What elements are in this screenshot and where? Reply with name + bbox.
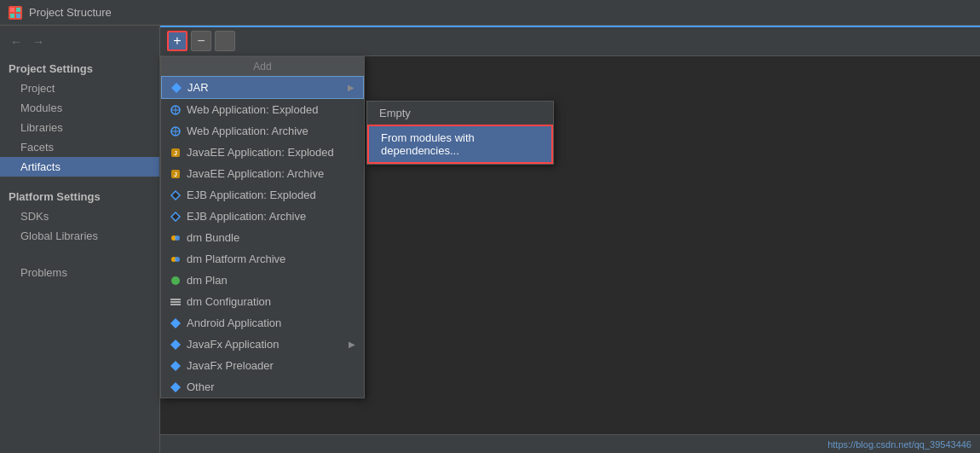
- remove-button[interactable]: −: [191, 31, 211, 51]
- title-text: Project Structure: [29, 6, 112, 19]
- dropdown-item-web-archive[interactable]: Web Application: Archive: [161, 120, 364, 142]
- svg-point-20: [175, 235, 180, 241]
- web-exploded-icon: [170, 104, 182, 116]
- jar-submenu: Empty From modules with dependencies...: [366, 101, 554, 165]
- app-icon: [9, 6, 22, 20]
- sidebar-item-project[interactable]: Project: [0, 78, 159, 98]
- jar-icon: [170, 82, 182, 94]
- dm-bundle-icon: [170, 232, 182, 244]
- svg-point-22: [175, 257, 180, 262]
- javaee-exploded-icon: J: [170, 147, 182, 159]
- dropdown-header: Add: [161, 57, 364, 76]
- svg-rect-25: [170, 301, 181, 303]
- add-dropdown: Add JAR ▶ Empty From modules with de: [160, 56, 365, 398]
- svg-rect-0: [10, 8, 14, 12]
- dropdown-item-javafx-preloader[interactable]: JavaFx Preloader: [161, 355, 364, 376]
- dropdown-item-dm-plan[interactable]: dm Plan: [161, 270, 364, 291]
- sidebar: ← → Project Settings Project Modules Lib…: [0, 26, 160, 453]
- svg-text:J: J: [174, 171, 177, 177]
- dropdown-item-dm-configuration[interactable]: dm Configuration: [161, 291, 364, 312]
- status-bar: https://blog.csdn.net/qq_39543446: [160, 434, 980, 453]
- svg-point-23: [171, 276, 180, 285]
- svg-text:J: J: [174, 150, 177, 156]
- status-link[interactable]: https://blog.csdn.net/qq_39543446: [827, 439, 971, 450]
- svg-rect-26: [170, 304, 181, 305]
- nav-back-btn[interactable]: ←: [7, 33, 26, 50]
- content-area: + − ⧉ Add JAR ▶: [160, 26, 980, 453]
- nav-buttons: ← →: [0, 30, 159, 57]
- svg-rect-1: [16, 8, 20, 12]
- javaee-archive-icon: J: [170, 168, 182, 180]
- android-icon: [170, 317, 182, 329]
- other-icon: [170, 381, 182, 393]
- progress-bar: [160, 26, 980, 27]
- add-button[interactable]: +: [167, 31, 187, 51]
- toolbar: + − ⧉: [160, 26, 980, 56]
- dropdown-item-ejb-archive[interactable]: EJB Application: Archive: [161, 206, 364, 227]
- project-settings-header: Project Settings: [0, 57, 159, 78]
- submenu-item-empty[interactable]: Empty: [367, 102, 553, 125]
- platform-settings-header: Platform Settings: [0, 185, 159, 206]
- svg-marker-29: [170, 361, 181, 371]
- ejb-exploded-icon: [170, 189, 182, 201]
- dropdown-menu: Add JAR ▶ Empty From modules with de: [160, 56, 365, 398]
- dropdown-item-javaee-archive[interactable]: J JavaEE Application: Archive: [161, 163, 364, 184]
- dropdown-item-other[interactable]: Other: [161, 376, 364, 398]
- javafx-arrow-icon: ▶: [349, 340, 355, 349]
- dropdown-item-ejb-exploded[interactable]: EJB Application: Exploded: [161, 184, 364, 206]
- dropdown-item-jar[interactable]: JAR ▶ Empty From modules with dependenci…: [161, 76, 364, 99]
- web-archive-icon: [170, 125, 182, 137]
- sidebar-item-sdks[interactable]: SDKs: [0, 206, 159, 226]
- main-layout: ← → Project Settings Project Modules Lib…: [0, 26, 980, 453]
- nav-forward-btn[interactable]: →: [29, 33, 48, 50]
- dropdown-item-web-exploded[interactable]: Web Application: Exploded: [161, 99, 364, 120]
- title-bar: Project Structure: [0, 0, 980, 26]
- svg-rect-24: [170, 299, 181, 300]
- dropdown-item-javaee-exploded[interactable]: J JavaEE Application: Exploded: [161, 142, 364, 163]
- svg-marker-28: [170, 340, 181, 350]
- dropdown-item-dm-platform[interactable]: dm Platform Archive: [161, 248, 364, 270]
- javafx-preloader-icon: [170, 360, 182, 372]
- dropdown-item-android[interactable]: Android Application: [161, 312, 364, 334]
- svg-rect-2: [10, 14, 14, 18]
- sidebar-item-modules[interactable]: Modules: [0, 98, 159, 118]
- svg-rect-3: [16, 14, 20, 18]
- svg-marker-30: [170, 382, 181, 392]
- sidebar-item-global-libraries[interactable]: Global Libraries: [0, 226, 159, 246]
- svg-marker-4: [171, 83, 182, 93]
- svg-marker-27: [170, 318, 181, 328]
- copy-button[interactable]: ⧉: [215, 31, 235, 51]
- submenu-item-from-modules[interactable]: From modules with dependencies...: [367, 125, 553, 164]
- dm-platform-icon: [170, 253, 182, 265]
- sidebar-item-facets[interactable]: Facets: [0, 137, 159, 157]
- dm-plan-icon: [170, 275, 182, 287]
- sidebar-item-libraries[interactable]: Libraries: [0, 118, 159, 137]
- dropdown-item-javafx[interactable]: JavaFx Application ▶: [161, 334, 364, 355]
- dropdown-item-dm-bundle[interactable]: dm Bundle: [161, 227, 364, 248]
- dm-config-icon: [170, 296, 182, 308]
- sidebar-item-artifacts[interactable]: Artifacts: [0, 157, 159, 177]
- javafx-icon: [170, 339, 182, 351]
- sidebar-item-problems[interactable]: Problems: [0, 263, 159, 282]
- ejb-archive-icon: [170, 211, 182, 223]
- jar-arrow-icon: ▶: [348, 83, 355, 92]
